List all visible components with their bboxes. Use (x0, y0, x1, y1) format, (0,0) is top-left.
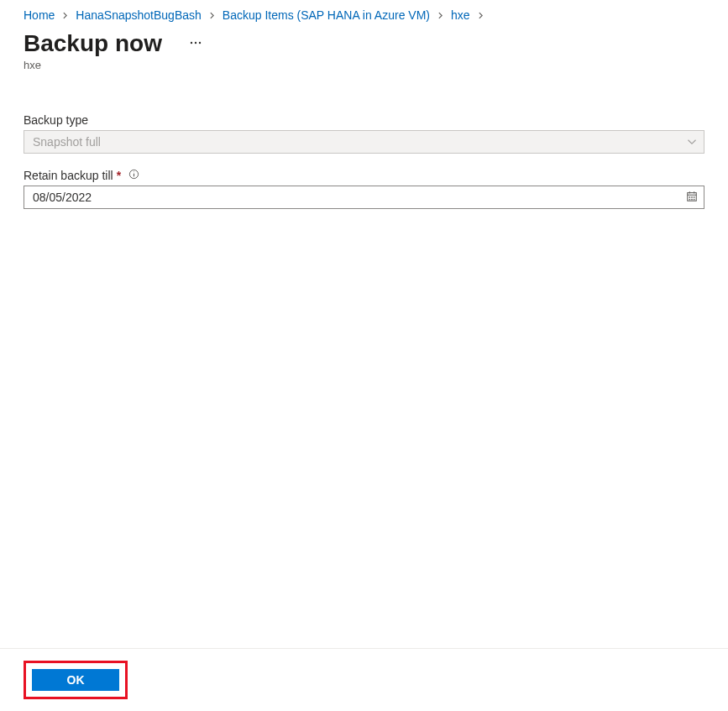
retain-till-info-button[interactable] (128, 170, 139, 181)
ellipsis-icon (189, 36, 202, 52)
svg-point-1 (195, 41, 196, 43)
retain-till-label: Retain backup till (24, 169, 113, 182)
svg-point-0 (191, 41, 192, 43)
chevron-right-icon (61, 12, 69, 19)
backup-type-select (24, 130, 704, 154)
chevron-right-icon (477, 12, 484, 19)
backup-type-label: Backup type (24, 113, 88, 127)
more-actions-button[interactable] (186, 34, 206, 54)
chevron-down-icon (680, 131, 704, 153)
chevron-right-icon (437, 12, 444, 19)
calendar-button[interactable] (680, 186, 704, 208)
backup-type-value (24, 131, 680, 153)
ok-button[interactable]: OK (32, 669, 119, 691)
breadcrumb-item-backup-items[interactable]: Backup Items (SAP HANA in Azure VM) (223, 8, 430, 22)
page-title: Backup now (24, 30, 162, 57)
breadcrumb: Home HanaSnapshotBugBash Backup Items (S… (0, 8, 728, 25)
ok-highlight-box: OK (24, 661, 128, 699)
retain-till-datepicker[interactable] (24, 186, 704, 209)
footer-bar: OK (0, 648, 728, 711)
svg-point-5 (134, 171, 134, 172)
chevron-right-icon (208, 12, 216, 19)
breadcrumb-item-vault[interactable]: HanaSnapshotBugBash (76, 8, 201, 22)
page-subtitle: hxe (24, 59, 704, 71)
required-mark: * (117, 169, 121, 182)
retain-till-input[interactable] (24, 186, 680, 208)
calendar-icon (686, 191, 698, 205)
info-icon (128, 169, 139, 182)
breadcrumb-item-hxe[interactable]: hxe (451, 8, 470, 22)
svg-point-2 (199, 41, 201, 43)
breadcrumb-item-home[interactable]: Home (24, 8, 55, 22)
